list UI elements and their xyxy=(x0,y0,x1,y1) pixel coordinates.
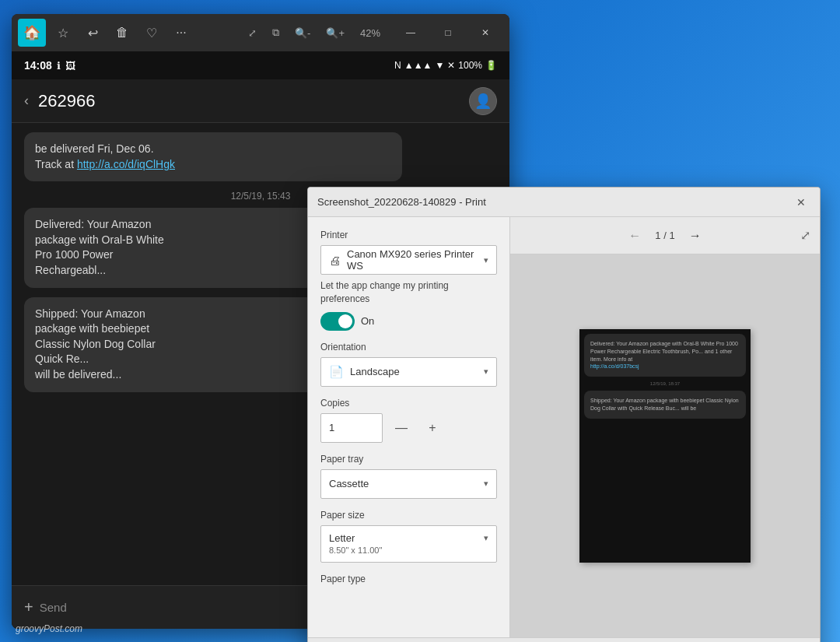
dialog-settings-panel: Printer 🖨 Canon MX920 series Printer WS … xyxy=(308,217,510,637)
printer-value: Canon MX920 series Printer WS xyxy=(347,248,484,272)
orientation-chevron-icon: ▾ xyxy=(484,367,488,377)
message-text: be delivered Fri, Dec 06.Track at http:/… xyxy=(35,142,175,170)
toggle-label: On xyxy=(361,315,374,327)
zoom-in-icon[interactable]: 🔍+ xyxy=(320,24,351,42)
preview-message-2: Shipped: Your Amazon package with beebie… xyxy=(584,391,746,419)
expand-icon[interactable]: ⤢ xyxy=(242,24,263,42)
preview-expand-icon[interactable]: ⤢ xyxy=(800,228,810,243)
paper-size-sub-value: 8.50" x 11.00" xyxy=(329,546,382,555)
title-bar-right: ⤢ ⧉ 🔍- 🔍+ 42% xyxy=(242,23,387,42)
print-preview-panel: ← 1 / 1 → ⤢ Delivered: Your Amazon packa… xyxy=(510,217,820,637)
preview-screenshot: Delivered: Your Amazon package with Oral… xyxy=(579,329,751,563)
copies-label: Copies xyxy=(320,398,497,409)
print-dialog: Screenshot_20220628-140829 - Print ✕ Pri… xyxy=(307,187,821,642)
x-icon: ✕ xyxy=(447,60,455,71)
preferences-text: Let the app change my printing preferenc… xyxy=(320,279,497,306)
preview-area: Delivered: Your Amazon package with Oral… xyxy=(510,254,820,637)
dialog-close-button[interactable]: ✕ xyxy=(792,193,810,212)
printer-label: Printer xyxy=(320,230,497,240)
nfc-icon: N xyxy=(394,60,401,71)
more-options-icon[interactable]: ··· xyxy=(169,20,194,45)
title-bar-left: 🏠 ☆ ↩ 🗑 ♡ ··· xyxy=(18,19,194,47)
maximize-button[interactable]: □ xyxy=(430,20,466,45)
dialog-title: Screenshot_20220628-140829 - Print xyxy=(317,196,792,208)
avatar-button[interactable]: 👤 xyxy=(469,87,497,115)
list-item: be delivered Fri, Dec 06.Track at http:/… xyxy=(24,132,402,181)
toggle-knob xyxy=(338,314,352,328)
preview-navigation: ← 1 / 1 → ⤢ xyxy=(510,217,820,254)
orientation-select[interactable]: 📄 Landscape ▾ xyxy=(320,357,497,387)
paper-tray-label: Paper tray xyxy=(320,454,497,465)
wifi-icon: ▼ xyxy=(435,60,444,71)
preview-link-1: http://a.co/d/037bcsj xyxy=(590,363,639,369)
phone-header: ‹ 262966 👤 xyxy=(12,79,509,123)
paper-tray-chevron-icon: ▾ xyxy=(484,479,488,489)
next-page-button[interactable]: → xyxy=(684,225,706,247)
copies-row: 1 — + xyxy=(320,413,497,443)
copies-input[interactable]: 1 xyxy=(320,413,383,443)
battery-percent: 100% xyxy=(458,60,482,71)
grid-icon[interactable]: ⧉ xyxy=(266,23,285,42)
close-button[interactable]: ✕ xyxy=(467,20,503,45)
delete-icon[interactable]: 🗑 xyxy=(110,20,135,45)
printer-chevron-icon: ▾ xyxy=(484,255,488,265)
paper-type-label: Paper type xyxy=(320,574,497,584)
dialog-footer: Print Cancel xyxy=(308,637,820,642)
minimize-button[interactable]: — xyxy=(393,20,429,45)
preview-page: Delivered: Your Amazon package with Oral… xyxy=(579,329,751,563)
prev-page-button[interactable]: ← xyxy=(624,225,646,247)
dialog-title-bar: Screenshot_20220628-140829 - Print ✕ xyxy=(308,188,820,217)
orientation-value: Landscape xyxy=(350,366,484,377)
signal-icon: ▲▲▲ xyxy=(404,60,432,71)
status-left: 14:08 ℹ 🖼 xyxy=(24,59,75,72)
undo-icon[interactable]: ↩ xyxy=(80,20,105,45)
window-controls: — □ ✕ xyxy=(393,20,503,45)
preferences-toggle-row: On xyxy=(320,312,497,331)
paper-size-select[interactable]: Letter ▾ 8.50" x 11.00" xyxy=(320,525,497,563)
message-text: Delivered: Your Amazonpackage with Oral-… xyxy=(35,218,164,276)
favorite-icon[interactable]: ☆ xyxy=(51,20,75,45)
copies-plus-button[interactable]: + xyxy=(420,416,445,440)
add-attachment-icon[interactable]: + xyxy=(24,598,33,616)
back-button[interactable]: ‹ xyxy=(24,93,29,109)
home-icon[interactable]: 🏠 xyxy=(18,19,46,47)
paper-size-label: Paper size xyxy=(320,510,497,521)
preview-message-1: Delivered: Your Amazon package with Oral… xyxy=(584,334,746,377)
orientation-label: Orientation xyxy=(320,342,497,353)
zoom-out-icon[interactable]: 🔍- xyxy=(289,24,317,42)
printer-select[interactable]: 🖨 Canon MX920 series Printer WS ▾ xyxy=(320,245,497,275)
status-right: N ▲▲▲ ▼ ✕ 100% 🔋 xyxy=(394,60,497,71)
orientation-icon: 📄 xyxy=(329,365,344,379)
watermark: groovyPost.com xyxy=(16,623,82,634)
heart-icon[interactable]: ♡ xyxy=(139,20,164,45)
message-text: Shipped: Your Amazonpackage with beebiep… xyxy=(35,307,156,381)
phone-title: 262966 xyxy=(38,91,469,111)
page-indicator: 1 / 1 xyxy=(655,230,674,241)
battery-icon: 🔋 xyxy=(485,60,497,71)
zoom-level: 42% xyxy=(354,24,387,42)
phone-status-bar: 14:08 ℹ 🖼 N ▲▲▲ ▼ ✕ 100% 🔋 xyxy=(12,51,509,79)
printer-icon: 🖨 xyxy=(329,254,341,267)
paper-size-value: Letter xyxy=(329,532,484,544)
paper-size-chevron-icon: ▾ xyxy=(484,533,488,543)
preview-timestamp: 12/5/19, 18:37 xyxy=(584,381,746,386)
title-bar: 🏠 ☆ ↩ 🗑 ♡ ··· ⤢ ⧉ 🔍- 🔍+ 42% — □ ✕ xyxy=(12,14,509,51)
copies-minus-button[interactable]: — xyxy=(389,416,414,440)
status-time: 14:08 xyxy=(24,59,52,72)
dialog-content: Printer 🖨 Canon MX920 series Printer WS … xyxy=(308,217,820,637)
paper-tray-select[interactable]: Cassette ▾ xyxy=(320,469,497,499)
status-info-icon: ℹ xyxy=(57,60,61,72)
paper-tray-value: Cassette xyxy=(329,478,484,489)
preferences-toggle[interactable] xyxy=(320,312,355,331)
status-photo-icon: 🖼 xyxy=(65,60,75,72)
message-link[interactable]: http://a.co/d/iqClHgk xyxy=(77,158,175,170)
